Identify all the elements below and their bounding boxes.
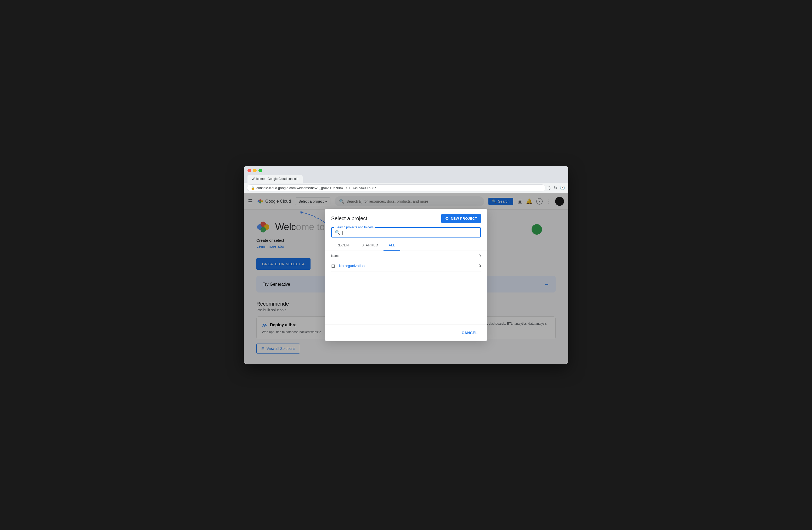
table-header: Name ID [331, 251, 481, 260]
col-id-header: ID [478, 254, 481, 258]
traffic-lights [247, 169, 565, 172]
org-icon: ⊟ [331, 263, 336, 268]
table-row-left: ⊟ No organization [331, 263, 365, 268]
tab-starred[interactable]: STARRED [356, 241, 383, 251]
dialog-tabs: RECENT STARRED ALL [325, 241, 487, 251]
table-row: ⊟ No organization 0 [331, 260, 481, 272]
browser-tab-bar: Welcome - Google Cloud console [247, 175, 565, 183]
history-icon[interactable]: 🕐 [560, 185, 565, 190]
new-project-button[interactable]: ⚙ NEW PROJECT [441, 214, 481, 223]
address-bar[interactable]: 🔒 console.cloud.google.com/welcome/new?_… [247, 184, 546, 192]
cancel-button[interactable]: CANCEL [459, 329, 481, 337]
tab-all[interactable]: ALL [383, 241, 400, 251]
tab-recent[interactable]: RECENT [331, 241, 356, 251]
table-row-id: 0 [479, 264, 481, 268]
search-field-input[interactable] [342, 231, 477, 235]
lock-icon: 🔒 [251, 186, 255, 190]
browser-window: Welcome - Google Cloud console 🔒 console… [244, 166, 568, 364]
dialog-search: Search projects and folders 🔍 [325, 223, 487, 237]
maximize-button[interactable] [259, 169, 262, 172]
minimize-button[interactable] [253, 169, 257, 172]
cast-icon[interactable]: ⬡ [548, 185, 551, 190]
gcp-app: ☰ Google Cloud Select a project ▾ 🔍 [244, 193, 568, 364]
new-project-label: NEW PROJECT [451, 217, 477, 221]
dialog-title: Select a project [331, 215, 367, 222]
search-field-wrapper: Search projects and folders 🔍 [331, 227, 481, 237]
url-text: console.cloud.google.com/welcome/new?_ga… [256, 186, 376, 190]
dialog-header: Select a project ⚙ NEW PROJECT [325, 209, 487, 223]
dialog-table: Name ID ⊟ No organization 0 [325, 251, 487, 272]
browser-chrome: Welcome - Google Cloud console [244, 166, 568, 183]
reload-icon[interactable]: ↻ [554, 185, 557, 190]
search-field-icon: 🔍 [335, 230, 340, 235]
dialog-footer: CANCEL [325, 324, 487, 341]
close-button[interactable] [247, 169, 251, 172]
dialog-spacer [325, 272, 487, 324]
select-project-dialog: Select a project ⚙ NEW PROJECT Search pr… [325, 209, 487, 341]
search-field-label: Search projects and folders [334, 225, 375, 229]
browser-tab[interactable]: Welcome - Google Cloud console [247, 175, 303, 183]
dialog-overlay: Select a project ⚙ NEW PROJECT Search pr… [244, 193, 568, 364]
address-bar-row: 🔒 console.cloud.google.com/welcome/new?_… [244, 183, 568, 193]
col-name-header: Name [331, 254, 339, 258]
settings-icon: ⚙ [445, 216, 449, 221]
browser-actions: ⬡ ↻ 🕐 [548, 185, 565, 190]
no-organization-link[interactable]: No organization [339, 264, 365, 268]
